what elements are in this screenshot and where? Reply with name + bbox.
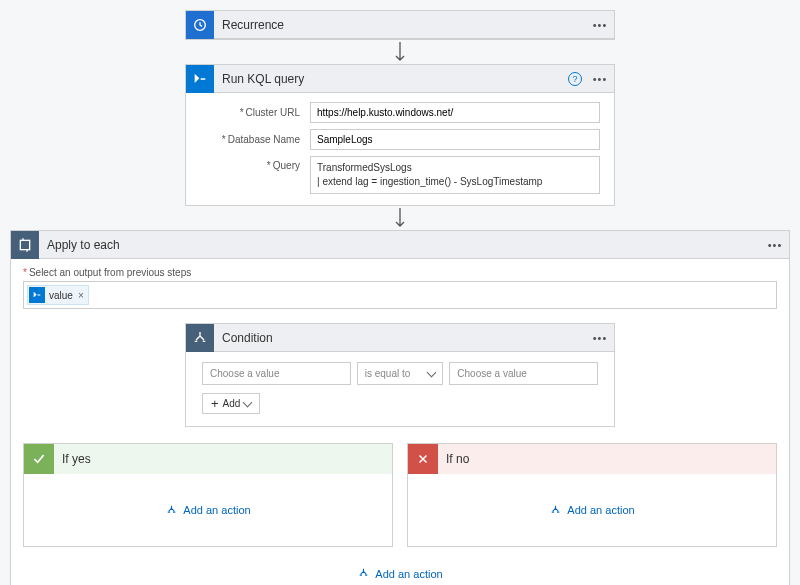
condition-left-input[interactable]: Choose a value — [202, 362, 351, 385]
clock-icon — [186, 11, 214, 39]
if-yes-branch: If yes Add an action — [23, 443, 393, 547]
cluster-url-input[interactable] — [310, 102, 600, 123]
condition-title: Condition — [214, 331, 586, 345]
add-condition-button[interactable]: + Add — [202, 393, 260, 414]
remove-token-icon[interactable]: × — [78, 290, 84, 301]
close-icon — [408, 444, 438, 474]
database-name-input[interactable] — [310, 129, 600, 150]
arrow-icon — [0, 206, 800, 230]
kusto-icon — [186, 65, 214, 93]
if-no-title: If no — [438, 452, 469, 466]
kql-card[interactable]: Run KQL query ? ••• Cluster URL Database… — [185, 64, 615, 206]
add-action-button[interactable]: Add an action — [24, 474, 392, 546]
kusto-icon — [29, 287, 45, 303]
condition-header[interactable]: Condition ••• — [186, 324, 614, 352]
select-output-input[interactable]: value × — [23, 281, 777, 309]
arrow-icon — [0, 40, 800, 64]
query-label: Query — [200, 156, 310, 171]
recurrence-title: Recurrence — [214, 18, 586, 32]
database-name-label: Database Name — [200, 134, 310, 145]
loop-icon — [11, 231, 39, 259]
apply-to-each-header[interactable]: Apply to each ••• — [11, 231, 789, 259]
value-token[interactable]: value × — [27, 285, 89, 305]
help-icon[interactable]: ? — [568, 72, 582, 86]
add-action-button[interactable]: Add an action — [357, 567, 442, 580]
add-action-button[interactable]: Add an action — [408, 474, 776, 546]
if-yes-title: If yes — [54, 452, 91, 466]
more-icon[interactable]: ••• — [586, 19, 614, 31]
chevron-down-icon — [427, 368, 437, 378]
more-icon[interactable]: ••• — [761, 239, 789, 251]
query-input[interactable]: TransformedSysLogs | extend lag = ingest… — [310, 156, 600, 194]
check-icon — [24, 444, 54, 474]
recurrence-card[interactable]: Recurrence ••• — [185, 10, 615, 40]
apply-to-each-card: Apply to each ••• Select an output from … — [10, 230, 790, 585]
apply-title: Apply to each — [39, 238, 761, 252]
condition-icon — [186, 324, 214, 352]
if-no-branch: If no Add an action — [407, 443, 777, 547]
condition-card: Condition ••• Choose a value is equal to… — [185, 323, 615, 427]
svg-rect-1 — [20, 240, 29, 249]
chevron-down-icon — [243, 398, 253, 408]
more-icon[interactable]: ••• — [586, 73, 614, 85]
more-icon[interactable]: ••• — [586, 332, 614, 344]
select-output-label: Select an output from previous steps — [23, 267, 777, 278]
kql-title: Run KQL query — [214, 72, 568, 86]
condition-right-input[interactable]: Choose a value — [449, 362, 598, 385]
cluster-url-label: Cluster URL — [200, 107, 310, 118]
condition-operator-select[interactable]: is equal to — [357, 362, 444, 385]
